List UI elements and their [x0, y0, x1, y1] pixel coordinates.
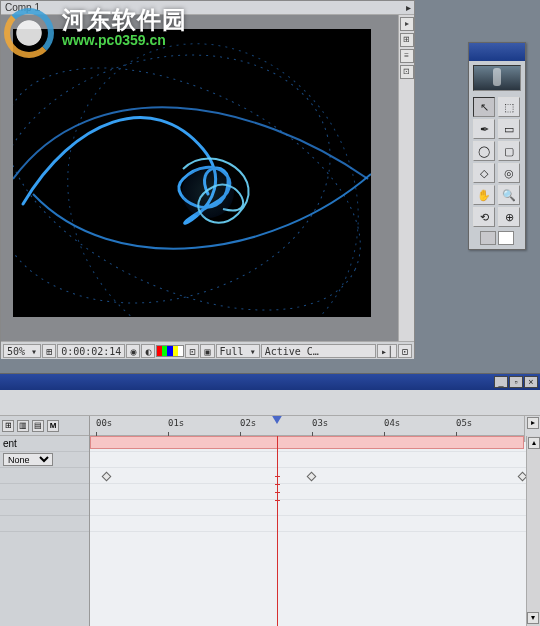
viewer-side-btn-4[interactable]: ⊡ — [400, 65, 414, 79]
maximize-button[interactable]: ▫ — [509, 376, 523, 388]
comp-tab-bar: Comp 1 ▸ — [1, 1, 414, 15]
bg-color-swatch[interactable] — [498, 231, 514, 245]
viewer-side-btn-1[interactable]: ▸ — [400, 17, 414, 31]
track-row-4[interactable] — [90, 484, 540, 500]
roundrect-tool[interactable]: ▢ — [498, 141, 520, 161]
tool-color-swatches — [469, 231, 525, 249]
timeline-titlebar[interactable]: _ ▫ × — [0, 374, 540, 390]
ruler-tick: 04s — [384, 418, 400, 428]
timeline-header — [0, 390, 540, 416]
tool-palette-titlebar[interactable] — [469, 43, 525, 61]
marquee-tool[interactable]: ⬚ — [498, 97, 520, 117]
playhead-indicator-icon[interactable] — [271, 416, 283, 424]
tracks: ▴ ▾ — [90, 436, 540, 626]
track-row-keyframes[interactable] — [90, 468, 540, 484]
channel-button[interactable]: ◐ — [141, 344, 155, 358]
svg-point-3 — [182, 166, 234, 218]
comp-footer-toolbar: 50% ▾ ⊞ 0:00:02:14 ◉ ◐ ⊡ ▣ Full ▾ Active… — [1, 341, 414, 359]
close-button[interactable]: × — [524, 376, 538, 388]
layer-row-header-1[interactable]: ent — [0, 436, 89, 452]
comp-tab[interactable]: Comp 1 — [5, 2, 40, 13]
layer-row-header-2[interactable]: None — [0, 452, 89, 468]
composition-canvas[interactable] — [13, 29, 371, 317]
layer-row-header-5[interactable] — [0, 500, 89, 516]
vscroll-up[interactable]: ▴ — [528, 437, 540, 449]
viewer-side-btn-2[interactable]: ⊞ — [400, 33, 414, 47]
keyframe-marker[interactable] — [307, 472, 317, 482]
track-row-1[interactable] — [90, 436, 540, 452]
ruler-tick: 01s — [168, 418, 184, 428]
playhead-line[interactable] — [277, 436, 278, 626]
transparency-button[interactable]: ▣ — [200, 344, 214, 358]
timeline-vscrollbar[interactable]: ▴ ▾ — [526, 436, 540, 626]
pen-tool[interactable]: ✒ — [473, 119, 495, 139]
layer-row-header-4[interactable] — [0, 484, 89, 500]
composition-panel: Comp 1 ▸ ▸ ⊞ ≡ ⊡ — [0, 0, 415, 358]
viewer-side-btn-3[interactable]: ≡ — [400, 49, 414, 63]
zoom-tool[interactable]: 🔍 — [498, 185, 520, 205]
timecode-display[interactable]: 0:00:02:14 — [57, 344, 125, 358]
ruler-tick: 05s — [456, 418, 472, 428]
fg-color-swatch[interactable] — [480, 231, 496, 245]
tl-icon-1[interactable]: ⊞ — [2, 420, 14, 432]
footer-btn-b[interactable]: ⊡ — [398, 344, 412, 358]
track-row-5[interactable] — [90, 500, 540, 516]
zoom-select[interactable]: 50% ▾ — [3, 344, 41, 358]
snapshot-button[interactable]: ◉ — [126, 344, 140, 358]
anchor-tool[interactable]: ◇ — [473, 163, 495, 183]
parent-select[interactable]: None — [3, 453, 53, 466]
vscroll-down[interactable]: ▾ — [527, 612, 539, 624]
minimize-button[interactable]: _ — [494, 376, 508, 388]
ruler-tick: 02s — [240, 418, 256, 428]
timeline-panel: _ ▫ × ⊞ ▥ ▤ M ent None — [0, 373, 540, 626]
comp-tab-menu-arrow[interactable]: ▸ — [402, 1, 414, 15]
rect-tool[interactable]: ▭ — [498, 119, 520, 139]
axis-tool[interactable]: ⊕ — [498, 207, 520, 227]
time-ruler[interactable]: 00s01s02s03s04s05s06s — [90, 416, 540, 436]
selection-tool[interactable]: ↖ — [473, 97, 495, 117]
keyframe-marker[interactable] — [102, 472, 112, 482]
grid-button[interactable]: ⊞ — [42, 344, 56, 358]
camera-select[interactable]: Active C… — [261, 344, 376, 358]
layer-row-header-6[interactable] — [0, 516, 89, 532]
ruler-tick: 00s — [96, 418, 112, 428]
rotate-tool[interactable]: ⟲ — [473, 207, 495, 227]
layer-row-header-3[interactable] — [0, 468, 89, 484]
timeline-left-icons: ⊞ ▥ ▤ M — [0, 416, 89, 436]
region-button[interactable]: ⊡ — [185, 344, 199, 358]
orbit-tool[interactable]: ◎ — [498, 163, 520, 183]
viewer-side-toolbar: ▸ ⊞ ≡ ⊡ — [398, 15, 414, 341]
resolution-select[interactable]: Full ▾ — [216, 344, 260, 358]
tl-icon-3[interactable]: ▤ — [32, 420, 44, 432]
rgb-channels-icon[interactable] — [156, 345, 184, 357]
tool-palette: ↖ ⬚ ✒ ▭ ◯ ▢ ◇ ◎ ✋ 🔍 ⟲ ⊕ — [468, 42, 526, 250]
footer-btn-a[interactable]: ▸│ — [377, 344, 397, 358]
hand-tool[interactable]: ✋ — [473, 185, 495, 205]
ruler-tick: 03s — [312, 418, 328, 428]
track-row-2[interactable] — [90, 452, 540, 468]
viewer-area: ▸ ⊞ ≡ ⊡ — [1, 15, 414, 341]
ellipse-tool[interactable]: ◯ — [473, 141, 495, 161]
svg-point-0 — [13, 29, 358, 317]
tl-icon-m[interactable]: M — [47, 420, 59, 432]
tl-icon-2[interactable]: ▥ — [17, 420, 29, 432]
timeline-track-area: 00s01s02s03s04s05s06s ▸ ▴ ▾ — [90, 416, 540, 626]
tool-palette-preview — [473, 65, 521, 91]
timeline-left-pane: ⊞ ▥ ▤ M ent None — [0, 416, 90, 626]
track-row-6[interactable] — [90, 516, 540, 532]
ruler-scroll-right[interactable]: ▸ — [527, 417, 539, 429]
